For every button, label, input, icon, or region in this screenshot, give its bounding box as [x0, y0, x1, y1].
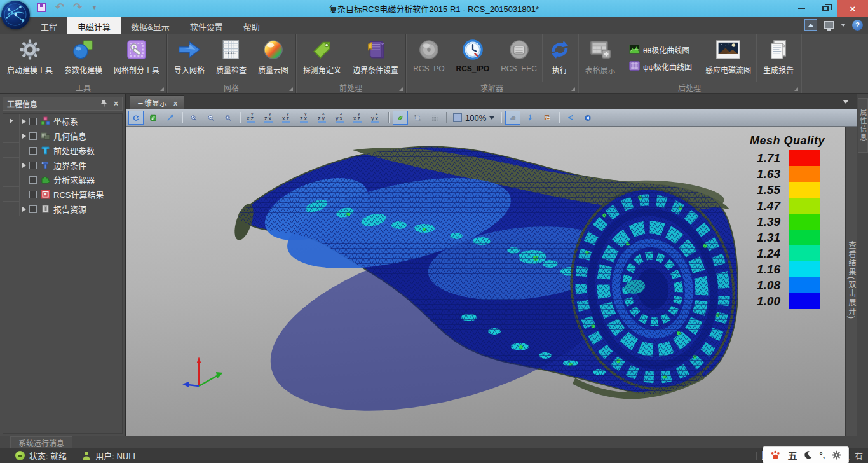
ime-settings-gear-icon[interactable] [832, 450, 841, 460]
tab-software-settings[interactable]: 软件设置 [180, 17, 233, 34]
minimize-button[interactable] [789, 0, 813, 17]
psi-polar-chart-button[interactable]: ψψ极化曲线图 [625, 60, 696, 73]
row-header[interactable] [3, 187, 20, 202]
results-side-strip[interactable]: 查看结果(双击展开) [845, 127, 857, 436]
share-flow-button[interactable] [563, 111, 578, 125]
rcs-ipo-button[interactable]: RCS_IPO [450, 34, 495, 82]
application-window: ↶ ↷ ▼ 复杂目标RCS电磁分析软件2015 R1 - RCS_2015031… [0, 0, 868, 463]
clear-view-button[interactable] [580, 111, 595, 125]
launch-modeling-tool-button[interactable]: 启动建模工具 [1, 34, 58, 82]
checkbox[interactable] [29, 176, 37, 184]
tree-item-rcs-results[interactable]: RCS计算结果 [20, 187, 122, 202]
row-header[interactable] [3, 172, 20, 187]
checkbox[interactable] [29, 205, 37, 213]
row-header[interactable] [3, 128, 20, 143]
tree-item-geometry-info[interactable]: 几何信息 [20, 128, 122, 143]
row-header[interactable] [3, 158, 20, 172]
expand-arrow-icon[interactable] [22, 207, 26, 212]
tab-data-display[interactable]: 数据&显示 [121, 17, 180, 34]
tree-item-report-resources[interactable]: 报告资源 [20, 202, 122, 216]
rcs-eec-button[interactable]: RCS_EEC [495, 34, 543, 82]
right-dock-column: 属性信息 [857, 94, 868, 448]
help-icon[interactable]: ? [852, 20, 863, 31]
tree-item-boundary-conditions[interactable]: 边界条件 [20, 158, 122, 172]
points-render-button[interactable] [427, 111, 442, 125]
refresh-view-button[interactable] [146, 111, 161, 125]
induced-current-map-button[interactable]: 感应电磁流图 [700, 34, 757, 82]
boundary-condition-button[interactable]: 边界条件设置 [347, 34, 404, 82]
zoom-fit-button[interactable] [220, 111, 236, 125]
export-image-button[interactable] [539, 111, 555, 125]
tree-item-preprocess-params[interactable]: 前处理参数 [20, 143, 122, 158]
checkbox[interactable] [29, 132, 37, 140]
close-button[interactable]: × [837, 0, 868, 17]
axis-view-button-8[interactable]: zyx [369, 111, 384, 125]
ime-toolbar[interactable]: 五 °, [763, 446, 849, 463]
collapse-ribbon-button[interactable] [804, 19, 817, 31]
snapshot-button[interactable] [505, 111, 520, 125]
restore-button[interactable] [813, 0, 837, 17]
axis-view-button-7[interactable]: yxz [351, 111, 367, 125]
axis-view-button-1[interactable]: yxz [244, 111, 260, 125]
quality-check-button[interactable]: 质量检查 [210, 34, 252, 82]
ime-paw-icon[interactable] [770, 450, 781, 460]
zoom-percent-control[interactable]: 100% [451, 113, 497, 123]
axis-view-button-5[interactable]: xzy [315, 111, 331, 125]
tab-help[interactable]: 帮助 [233, 17, 270, 34]
panel-close-icon[interactable]: × [114, 99, 118, 108]
ime-moon-icon[interactable] [804, 450, 813, 459]
zoom-in-button[interactable] [186, 111, 201, 125]
row-header[interactable] [3, 143, 20, 158]
execute-button[interactable]: 执行 [543, 34, 576, 82]
blue-arrow-icon [178, 38, 201, 62]
viewport-3d[interactable]: Mesh Quality 1.71 1.63 1.55 1.47 1.39 1.… [126, 127, 845, 436]
meshing-tool-button[interactable]: 网格剖分工具 [108, 34, 165, 82]
tab-em-computation[interactable]: 电磁计算 [67, 17, 121, 34]
tab-project[interactable]: 工程 [31, 17, 67, 34]
checkbox[interactable] [29, 162, 37, 169]
expand-arrow-icon[interactable] [22, 134, 26, 139]
theta-polar-chart-button[interactable]: θθ极化曲线图 [625, 44, 696, 57]
app-logo[interactable] [1, 1, 30, 29]
checkbox[interactable] [29, 118, 37, 125]
generate-report-button[interactable]: 生成报告 [757, 34, 799, 82]
tree-item-coordinate-system[interactable]: 坐标系 [20, 114, 122, 128]
probe-angle-button[interactable]: 探测角定义 [297, 34, 347, 82]
rotate-view-button[interactable] [128, 111, 144, 125]
rcs-po-button[interactable]: RCS_PO [407, 34, 450, 82]
ime-wubi-mode[interactable]: 五 [788, 448, 797, 462]
property-info-tab[interactable]: 属性信息 [858, 98, 868, 153]
row-header-expander[interactable] [3, 114, 20, 128]
tree-item-analysis-solver[interactable]: 分析求解器 [20, 172, 122, 187]
quality-cloud-button[interactable]: 质量云图 [252, 34, 294, 82]
rcs-result-icon [40, 190, 50, 200]
expand-arrow-icon[interactable] [22, 163, 26, 168]
save-view-button[interactable] [522, 111, 538, 125]
axis-view-button-4[interactable]: yzx [297, 111, 313, 125]
row-header[interactable] [3, 202, 20, 216]
tab-close-icon[interactable]: x [173, 99, 177, 107]
system-message-tab[interactable]: 系统运行消息 [10, 436, 72, 448]
tab-list-caret-icon[interactable] [843, 100, 849, 104]
parametric-modeling-button[interactable]: 参数化建模 [58, 34, 108, 82]
ime-punctuation[interactable]: °, [819, 450, 825, 460]
wireframe-render-button[interactable] [410, 111, 425, 125]
expand-arrow-icon[interactable] [22, 119, 26, 124]
blue-down-arrow-icon [527, 113, 533, 123]
status-bar: 状态: 就绪 用户: NULL XX工业 五 °, 有 [0, 448, 868, 463]
checkbox[interactable] [29, 147, 37, 155]
coordinate-system-icon [40, 116, 50, 127]
axis-view-button-2[interactable]: yzx [262, 111, 278, 125]
dropdown-caret-icon[interactable] [841, 24, 846, 27]
shaded-render-button[interactable] [393, 111, 408, 125]
axis-view-button-6[interactable]: zyx [333, 111, 349, 125]
zoom-out-button[interactable] [203, 111, 219, 125]
display-style-icon[interactable] [824, 21, 834, 29]
import-mesh-button[interactable]: 导入网格 [168, 34, 210, 82]
table-display-button[interactable]: 表格展示 [580, 34, 621, 82]
axis-view-button-3[interactable]: yxz [280, 111, 295, 125]
pin-icon[interactable] [100, 99, 107, 109]
pan-zoom-arrow-button[interactable] [163, 111, 178, 125]
tab-3d-display[interactable]: 三维显示 x [130, 95, 184, 109]
checkbox[interactable] [29, 191, 37, 198]
